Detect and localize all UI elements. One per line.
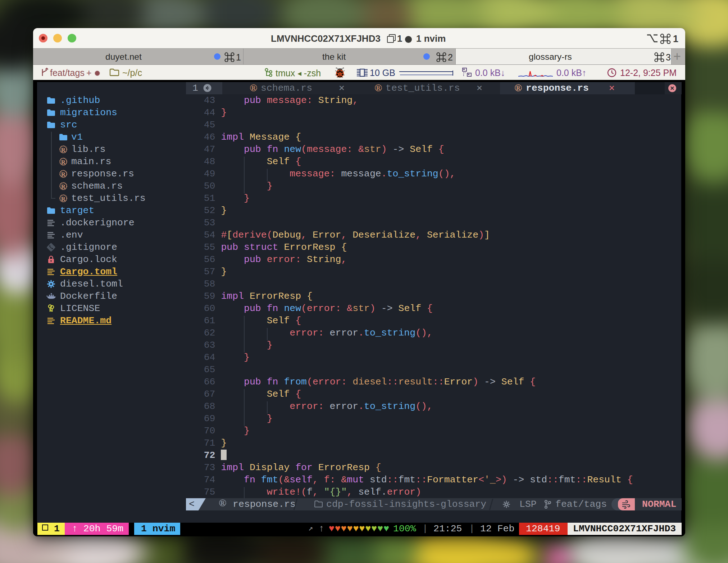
svg-text:R: R [61,171,66,178]
svg-text:R: R [61,159,66,166]
svg-text:R: R [61,183,66,190]
svg-text:R: R [220,500,225,506]
svg-text:R: R [251,85,256,91]
svg-text:R: R [376,85,381,91]
svg-text:1: 1 [673,33,678,44]
svg-text:R: R [61,147,66,153]
svg-text:3: 3 [666,52,671,62]
svg-text:1: 1 [236,52,241,62]
svg-text:R: R [61,195,66,202]
svg-text:2: 2 [448,52,453,62]
svg-text:R: R [516,85,520,91]
